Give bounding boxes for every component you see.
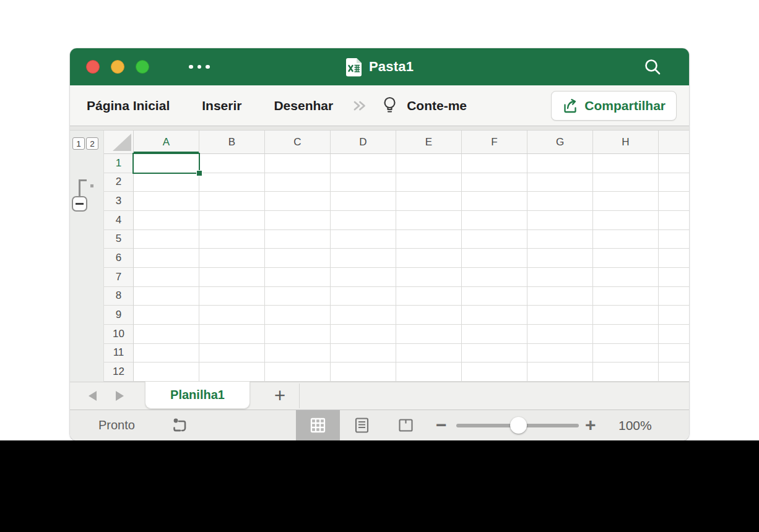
cell-c8[interactable]	[265, 287, 331, 306]
cell-g8[interactable]	[527, 287, 593, 306]
share-button[interactable]: Compartilhar	[551, 91, 677, 121]
cell-g3[interactable]	[527, 192, 593, 211]
cell-h9[interactable]	[593, 306, 659, 325]
active-cell-selection[interactable]	[132, 153, 200, 174]
cell-h2[interactable]	[593, 173, 659, 192]
cell-d10[interactable]	[331, 325, 396, 344]
sheet-tab-planilha1[interactable]: Planilha1	[145, 382, 250, 409]
cell-c10[interactable]	[265, 325, 331, 344]
cell-e7[interactable]	[396, 268, 462, 287]
cell-d7[interactable]	[331, 268, 396, 287]
normal-view-button[interactable]	[296, 410, 340, 440]
cell-f6[interactable]	[462, 249, 527, 268]
cell-e9[interactable]	[396, 306, 462, 325]
more-tabs-chevron-icon[interactable]	[352, 99, 368, 113]
search-icon[interactable]	[643, 58, 662, 76]
cell-b4[interactable]	[199, 211, 265, 230]
cell-h12[interactable]	[593, 363, 659, 382]
cell-a3[interactable]	[134, 192, 199, 211]
cell-a6[interactable]	[134, 249, 199, 268]
row-header-11[interactable]: 11	[104, 344, 134, 363]
cell-g6[interactable]	[527, 249, 593, 268]
cell-f7[interactable]	[462, 268, 527, 287]
cell-f11[interactable]	[462, 344, 527, 363]
zoom-in-button[interactable]: +	[585, 410, 596, 439]
cell-b3[interactable]	[199, 192, 265, 211]
cell-e6[interactable]	[396, 249, 462, 268]
cell-a4[interactable]	[134, 211, 199, 230]
cell-c6[interactable]	[265, 249, 331, 268]
cell-partial-9[interactable]	[659, 306, 689, 325]
row-header-2[interactable]: 2	[104, 173, 134, 192]
cell-f4[interactable]	[462, 211, 527, 230]
cell-partial-10[interactable]	[659, 325, 689, 344]
cell-b5[interactable]	[199, 230, 265, 249]
cell-d1[interactable]	[331, 154, 396, 173]
cell-g2[interactable]	[527, 173, 593, 192]
zoom-out-button[interactable]: −	[436, 410, 447, 439]
row-header-10[interactable]: 10	[104, 325, 134, 344]
cell-g12[interactable]	[527, 363, 593, 382]
cell-partial-5[interactable]	[659, 230, 689, 249]
cell-b9[interactable]	[199, 306, 265, 325]
cell-d11[interactable]	[331, 344, 396, 363]
cell-h5[interactable]	[593, 230, 659, 249]
cell-c9[interactable]	[265, 306, 331, 325]
cell-b7[interactable]	[199, 268, 265, 287]
page-break-view-button[interactable]	[384, 410, 428, 440]
ribbon-tab-desenhar[interactable]: Desenhar	[274, 98, 333, 113]
cell-g9[interactable]	[527, 306, 593, 325]
cell-h7[interactable]	[593, 268, 659, 287]
cell-e3[interactable]	[396, 192, 462, 211]
row-header-12[interactable]: 12	[104, 363, 134, 382]
cell-e10[interactable]	[396, 325, 462, 344]
cell-h6[interactable]	[593, 249, 659, 268]
cell-d2[interactable]	[331, 173, 396, 192]
cell-c12[interactable]	[265, 363, 331, 382]
column-header-h[interactable]: H	[593, 131, 659, 154]
cell-e1[interactable]	[396, 154, 462, 173]
page-layout-view-button[interactable]	[340, 410, 384, 440]
row-header-3[interactable]: 3	[104, 192, 134, 211]
prev-sheet-arrow[interactable]	[89, 391, 97, 401]
column-header-b[interactable]: B	[199, 131, 265, 154]
cell-b12[interactable]	[199, 363, 265, 382]
close-window-button[interactable]	[86, 60, 100, 74]
cell-partial-3[interactable]	[659, 192, 689, 211]
cell-h3[interactable]	[593, 192, 659, 211]
column-header-a[interactable]: A	[134, 131, 199, 154]
outline-level-button-2[interactable]: 2	[86, 137, 98, 150]
cell-d6[interactable]	[331, 249, 396, 268]
cell-e12[interactable]	[396, 363, 462, 382]
column-header-e[interactable]: E	[396, 131, 462, 154]
cell-d5[interactable]	[331, 230, 396, 249]
cell-d8[interactable]	[331, 287, 396, 306]
outline-collapse-button[interactable]	[72, 196, 87, 212]
column-header-c[interactable]: C	[265, 131, 331, 154]
cell-g1[interactable]	[527, 154, 593, 173]
zoom-slider-thumb[interactable]	[510, 417, 527, 434]
zoom-slider[interactable]	[456, 424, 579, 427]
cell-c2[interactable]	[265, 173, 331, 192]
cell-d9[interactable]	[331, 306, 396, 325]
cell-c11[interactable]	[265, 344, 331, 363]
row-header-1[interactable]: 1	[104, 154, 134, 173]
cell-e2[interactable]	[396, 173, 462, 192]
cell-h11[interactable]	[593, 344, 659, 363]
cell-f1[interactable]	[462, 154, 527, 173]
cell-partial-2[interactable]	[659, 173, 689, 192]
cell-a2[interactable]	[134, 173, 199, 192]
cell-h4[interactable]	[593, 211, 659, 230]
cell-f9[interactable]	[462, 306, 527, 325]
cell-h10[interactable]	[593, 325, 659, 344]
cell-f5[interactable]	[462, 230, 527, 249]
outline-level-button-1[interactable]: 1	[72, 137, 85, 150]
column-header-partial[interactable]	[659, 131, 689, 154]
cell-partial-7[interactable]	[659, 268, 689, 287]
row-header-9[interactable]: 9	[104, 306, 134, 325]
cell-g4[interactable]	[527, 211, 593, 230]
cell-c7[interactable]	[265, 268, 331, 287]
cell-a7[interactable]	[134, 268, 199, 287]
cell-b10[interactable]	[199, 325, 265, 344]
next-sheet-arrow[interactable]	[116, 391, 124, 401]
